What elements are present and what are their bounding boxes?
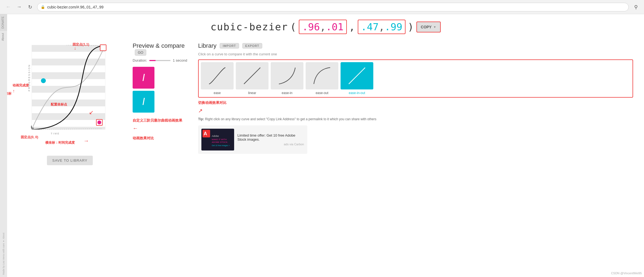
side-strip: DONATE About Made by Lea Verou with care…: [0, 14, 7, 277]
bezier-panel: PROGRESSION TIME 固定点(1,1) ↓: [18, 42, 122, 165]
curve-thumb-ease: [201, 62, 234, 89]
export-button[interactable]: EXPORT: [242, 43, 262, 49]
annotation-switch: 切换动画效果对比: [198, 100, 633, 105]
arrow-x-axis: →: [84, 138, 89, 144]
csdn-watermark: CSDN @VincentWei95: [611, 272, 642, 275]
header: cubic-bezier ( .96,.01 , .47,.99 ) COPY …: [18, 20, 633, 34]
curve-linear[interactable]: linear: [236, 62, 269, 95]
library-tip: Tip: Right click on any library curve an…: [198, 117, 633, 121]
x-axis-label: TIME: [51, 132, 60, 135]
search-button[interactable]: ⚲: [632, 3, 640, 11]
config-point-box[interactable]: [96, 119, 103, 126]
curve-ease-in-out[interactable]: ease-in-out: [341, 62, 373, 95]
refresh-button[interactable]: ↻: [26, 3, 34, 11]
import-button[interactable]: IMPORT: [220, 43, 239, 49]
main-content: cubic-bezier ( .96,.01 , .47,.99 ) COPY …: [7, 14, 644, 277]
library-header: Library IMPORT EXPORT: [198, 42, 633, 49]
teal-control-dot[interactable]: [41, 78, 46, 83]
animation-icon-teal: I: [142, 96, 145, 107]
curve-label-linear: linear: [248, 91, 256, 95]
curve-label-ease: ease: [214, 91, 221, 95]
duration-row: Duration: 1 second: [133, 58, 187, 62]
copy-button[interactable]: COPY ▼: [416, 22, 441, 32]
svg-text:ADOBE STOCK.: ADOBE STOCK.: [212, 141, 228, 143]
ad-box[interactable]: A Adobe MAKE IT WITH ADOBE STOCK. Get 10…: [198, 125, 307, 154]
curve-svg-ease-in-out: [346, 65, 368, 87]
param2: .01: [326, 21, 344, 32]
url-bar[interactable]: 🔒 cubic-bezier.com/#.96,.01,.47,.99: [37, 3, 629, 11]
library-subtitle: Click on a curve to compare it with the …: [198, 52, 633, 56]
curve-svg-ease: [206, 65, 228, 87]
animation-box-teal[interactable]: I: [133, 91, 154, 113]
tip-label: Tip:: [198, 117, 204, 121]
lock-icon: 🔒: [41, 5, 45, 9]
browser-bar: ← → ↻ 🔒 cubic-bezier.com/#.96,.01,.47,.9…: [0, 0, 644, 14]
duration-slider[interactable]: [149, 60, 171, 61]
fixed-point-top-box: [100, 44, 106, 51]
library-panel: Library IMPORT EXPORT Click on a curve t…: [198, 42, 633, 154]
curve-thumb-ease-in: [271, 62, 303, 89]
library-title: Library: [198, 42, 216, 49]
app-title: cubic-bezier: [210, 21, 288, 32]
params-box2: .47,.99: [358, 20, 406, 34]
curve-svg-linear: [241, 65, 263, 87]
annotation-custom-effect: 自定义三阶贝塞尔曲线动画效果: [133, 118, 187, 123]
go-button[interactable]: GO: [135, 49, 146, 56]
annotation-fixed-bottom: 固定点(0, 0): [21, 135, 38, 140]
curve-ease[interactable]: ease: [201, 62, 234, 95]
ad-text: Limited time offer: Get 10 free Adobe St…: [237, 133, 304, 141]
bezier-editor-area: PROGRESSION TIME 固定点(1,1) ↓: [18, 42, 122, 151]
made-by: Made by Lea Verou with care ✦ About: [1, 43, 6, 277]
svg-line-10: [244, 68, 260, 84]
svg-rect-5: [32, 100, 105, 106]
duration-label: Duration:: [133, 58, 147, 62]
arrow-custom-effect: ←: [133, 125, 187, 131]
back-button[interactable]: ←: [4, 3, 12, 11]
arrow-y-axis: ↑: [13, 89, 15, 94]
svg-text:MAKE IT WITH: MAKE IT WITH: [212, 138, 227, 141]
curve-svg-ease-in: [276, 65, 298, 87]
animation-icon-pink: I: [142, 72, 145, 83]
svg-text:Get 10 free images >: Get 10 free images >: [212, 144, 230, 147]
about-link[interactable]: About: [0, 31, 7, 43]
url-text: cubic-bezier.com/#.96,.01,.47,.99: [47, 5, 103, 9]
open-paren: (: [290, 21, 297, 32]
param3: .47: [361, 21, 379, 32]
curve-ease-out[interactable]: ease-out: [306, 62, 338, 95]
preview-panel: Preview & compare GO Duration: 1 second …: [133, 42, 187, 141]
forward-button[interactable]: →: [15, 3, 23, 11]
dropdown-arrow-icon: ▼: [433, 25, 436, 29]
animation-boxes: I I: [133, 67, 187, 113]
param4: .99: [384, 21, 402, 32]
curve-label-ease-in-out: ease-in-out: [349, 91, 365, 95]
param1: .96: [302, 21, 320, 32]
curve-ease-in[interactable]: ease-in: [271, 62, 303, 95]
duration-value: 1 second: [173, 58, 187, 62]
preview-title: Preview & compare: [133, 42, 185, 49]
annotation-config-point: 配置坐标点: [51, 102, 67, 107]
donate-button[interactable]: DONATE: [0, 14, 7, 31]
ads-via: ads via Carbon: [237, 143, 304, 146]
comma1: ,: [320, 21, 326, 32]
arrow-switch: ↗: [198, 107, 633, 114]
svg-rect-2: [32, 59, 105, 65]
params-box1: .96,.01: [299, 20, 347, 34]
origin-corner: [31, 126, 34, 128]
annotation-compare: 动画效果对比: [133, 136, 187, 141]
save-to-library-button[interactable]: SAVE TO LIBRARY: [47, 156, 93, 165]
arrow-config-point: ↙: [89, 109, 94, 116]
curve-label-ease-in: ease-in: [282, 91, 292, 95]
close-paren: ): [408, 21, 414, 32]
svg-text:Adobe: Adobe: [212, 135, 219, 137]
comma-separator: ,: [349, 21, 356, 32]
tip-text: Right click on any library curve and sel…: [205, 117, 376, 121]
annotation-x-axis: 横坐标：时间完成度: [45, 140, 75, 145]
bezier-grid-svg: [32, 45, 105, 130]
ad-image: A Adobe MAKE IT WITH ADOBE STOCK. Get 10…: [201, 129, 234, 150]
arrow-fixed-top: ↓: [74, 46, 76, 51]
svg-text:A: A: [204, 131, 207, 136]
animation-box-pink[interactable]: I: [133, 67, 154, 89]
curve-thumb-ease-out: [306, 62, 338, 89]
curve-thumb-ease-in-out: [341, 62, 373, 89]
curve-thumb-linear: [236, 62, 269, 89]
